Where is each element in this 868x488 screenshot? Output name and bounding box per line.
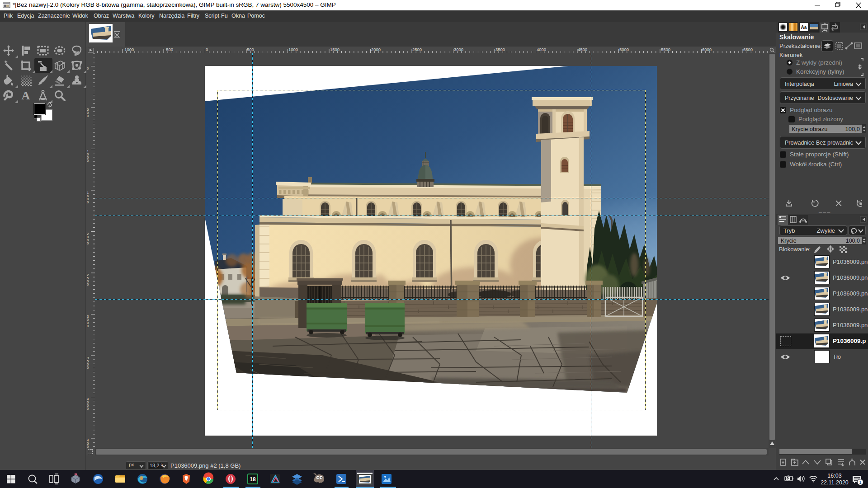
svg-text:A: A [22,89,30,101]
svg-text:18: 18 [250,476,256,483]
svg-text:1: 1 [859,480,861,485]
svg-text:22.11.2020: 22.11.2020 [821,479,849,486]
svg-text:16:03: 16:03 [827,473,841,479]
svg-text:Aa: Aa [801,25,807,30]
